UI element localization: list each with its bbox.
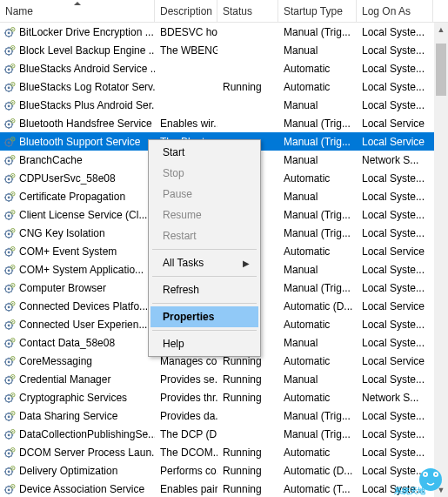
service-startup-cell: Manual <box>278 41 357 59</box>
service-name-cell: DataCollectionPublishingSe... <box>0 425 155 443</box>
service-name-label: Client License Service (Cl... <box>19 209 147 221</box>
service-name-cell: Cryptographic Services <box>0 388 155 406</box>
service-name-cell: Connected User Experien... <box>0 315 155 333</box>
svg-point-69 <box>8 342 10 345</box>
service-row[interactable]: Bluetooth Handsfree ServiceEnables wir..… <box>0 114 448 132</box>
service-name-label: Connected Devices Platfo... <box>19 300 148 312</box>
menu-item-resume[interactable]: Resume <box>150 205 258 225</box>
svg-point-15 <box>12 83 14 84</box>
gear-icon <box>3 300 16 312</box>
gear-icon <box>3 483 16 495</box>
menu-item-help[interactable]: Help <box>150 333 258 354</box>
service-name-label: Block Level Backup Engine ... <box>19 44 155 57</box>
service-name-label: CNG Key Isolation <box>19 227 105 239</box>
column-header-log-on-as[interactable]: Log On As <box>357 0 433 22</box>
gear-icon <box>3 172 16 185</box>
service-name-label: COM+ Event System <box>19 245 117 258</box>
menu-item-all-tasks[interactable]: All Tasks▶ <box>150 252 258 273</box>
menu-item-start[interactable]: Start <box>150 142 258 163</box>
service-row[interactable]: Block Level Backup Engine ...The WBENG..… <box>0 41 448 59</box>
service-startup-cell: Manual (Trig... <box>278 132 357 151</box>
column-header-status[interactable]: Status <box>217 0 278 22</box>
service-row[interactable]: Delivery OptimizationPerforms co...Runni… <box>0 461 448 480</box>
service-name-label: CDPUserSvc_58e08 <box>19 172 116 185</box>
vertical-scrollbar[interactable]: ▲ ▼ <box>434 23 448 497</box>
gear-icon <box>3 337 16 349</box>
chevron-right-icon: ▶ <box>243 259 250 268</box>
service-status-cell <box>217 406 278 425</box>
menu-item-restart[interactable]: Restart <box>150 225 258 246</box>
service-startup-cell: Automatic <box>278 242 357 260</box>
service-name-label: Delivery Optimization <box>19 465 117 477</box>
gear-icon <box>3 118 16 130</box>
service-status-cell: Running <box>217 388 278 406</box>
menu-item-refresh[interactable]: Refresh <box>150 279 258 300</box>
service-description-cell: Performs co... <box>155 461 217 480</box>
service-row[interactable]: Device Association ServiceEnables pair..… <box>0 480 448 497</box>
service-logon-cell: Network S... <box>357 388 433 406</box>
service-row[interactable]: DCOM Server Process Laun...The DCOM...Ru… <box>0 443 448 461</box>
scrollbar-up-button[interactable]: ▲ <box>434 23 448 37</box>
service-description-cell: Enables wir... <box>155 114 217 132</box>
gear-icon <box>3 465 16 477</box>
service-name-cell: CoreMessaging <box>0 352 155 370</box>
service-logon-cell: Local Service <box>357 297 433 315</box>
service-row[interactable]: Credential ManagerProvides se...RunningM… <box>0 370 448 388</box>
svg-point-103 <box>12 485 14 487</box>
service-name-label: BranchCache <box>19 154 83 166</box>
service-logon-cell: Local Service <box>357 352 433 370</box>
service-status-cell: Running <box>217 370 278 388</box>
service-row[interactable]: DataCollectionPublishingSe...The DCP (D.… <box>0 425 448 443</box>
service-startup-cell: Automatic <box>278 315 357 333</box>
service-name-label: Device Association Service <box>19 483 144 495</box>
gear-icon <box>3 245 16 258</box>
service-logon-cell: Local Syste... <box>357 41 433 59</box>
svg-point-5 <box>8 50 10 52</box>
column-header-startup-type[interactable]: Startup Type <box>278 0 357 22</box>
menu-item-properties[interactable]: Properties <box>150 306 258 327</box>
column-header-name[interactable]: Name <box>0 0 155 22</box>
svg-point-97 <box>8 470 10 473</box>
service-name-cell: Connected Devices Platfo... <box>0 297 155 315</box>
service-name-cell: BitLocker Drive Encryption ... <box>0 23 155 41</box>
service-startup-cell: Automatic (D... <box>278 297 357 315</box>
service-row[interactable]: Data Sharing ServiceProvides da...Manual… <box>0 406 448 425</box>
gear-icon <box>3 154 16 166</box>
scrollbar-thumb[interactable] <box>436 44 446 96</box>
service-name-label: Certificate Propagation <box>19 191 125 203</box>
service-name-label: Connected User Experien... <box>19 319 147 331</box>
service-row[interactable]: BitLocker Drive Encryption ...BDESVC hos… <box>0 23 448 41</box>
service-row[interactable]: BlueStacks Android Service ...AutomaticL… <box>0 59 448 77</box>
service-logon-cell: Local Syste... <box>357 443 433 461</box>
scrollbar-down-button[interactable]: ▼ <box>434 483 448 497</box>
service-row[interactable]: Cryptographic ServicesProvides thr...Run… <box>0 388 448 406</box>
menu-separator <box>152 276 257 277</box>
service-name-cell: Contact Data_58e08 <box>0 333 155 352</box>
service-name-label: BlueStacks Log Rotator Serv... <box>19 81 155 93</box>
service-row[interactable]: BlueStacks Plus Android Ser...ManualLoca… <box>0 96 448 114</box>
column-header-description[interactable]: Description <box>155 0 217 22</box>
menu-item-pause[interactable]: Pause <box>150 184 258 205</box>
svg-point-53 <box>8 269 10 272</box>
service-logon-cell: Local Syste... <box>357 77 433 96</box>
menu-item-stop[interactable]: Stop <box>150 163 258 184</box>
gear-icon <box>3 373 16 386</box>
service-row[interactable]: BlueStacks Log Rotator Serv...RunningAut… <box>0 77 448 96</box>
service-startup-cell: Automatic (D... <box>278 461 357 480</box>
svg-point-99 <box>12 467 14 468</box>
service-description-cell: Provides da... <box>155 406 217 425</box>
svg-point-95 <box>12 448 14 450</box>
service-startup-cell: Manual <box>278 151 357 169</box>
service-startup-cell: Automatic <box>278 443 357 461</box>
gear-icon <box>3 136 16 148</box>
service-startup-cell: Manual <box>278 260 357 279</box>
service-logon-cell: Local Syste... <box>357 169 433 187</box>
svg-point-47 <box>12 229 14 231</box>
svg-point-1 <box>8 31 10 34</box>
service-name-label: BlueStacks Plus Android Ser... <box>19 99 155 111</box>
service-startup-cell: Manual (Trig... <box>278 425 357 443</box>
service-logon-cell: Local Syste... <box>357 480 433 497</box>
svg-point-49 <box>8 251 10 253</box>
svg-point-67 <box>12 320 14 322</box>
service-name-label: Computer Browser <box>19 282 106 294</box>
